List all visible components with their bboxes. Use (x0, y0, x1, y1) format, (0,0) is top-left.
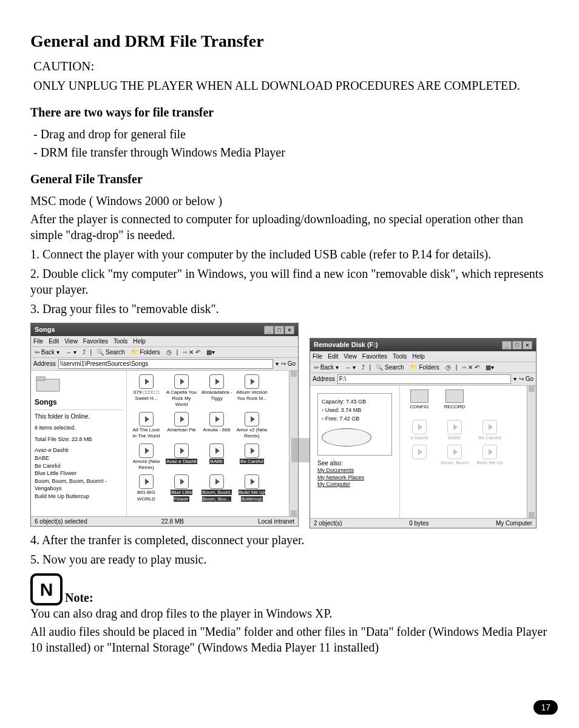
media-icon (412, 445, 427, 459)
maximize-icon[interactable]: □ (274, 326, 284, 334)
link-mydocs[interactable]: My Documents (317, 467, 392, 474)
dropdown-icon[interactable]: ▾ (276, 360, 279, 368)
menu-file[interactable]: File (313, 353, 322, 360)
ghost-item: Be Careful (474, 420, 506, 441)
file-item[interactable]: BIG BIG WORLD (130, 474, 162, 502)
file-item-selected[interactable]: Avaz-e Dashti (166, 443, 197, 471)
go-button[interactable]: ↪ Go (281, 360, 296, 368)
menu-bar[interactable]: FileEditViewFavoritesToolsHelp (31, 336, 298, 347)
minimize-icon[interactable]: _ (502, 341, 512, 349)
way2: - DRM file transfer through Windows Medi… (30, 144, 558, 160)
dropdown-icon[interactable]: ▾ (513, 375, 516, 383)
link-mycomputer[interactable]: My Computer (317, 481, 392, 488)
search-button[interactable]: 🔍 Search (95, 348, 126, 356)
address-input[interactable] (58, 359, 273, 369)
window-controls[interactable]: _□× (501, 340, 532, 349)
go-button[interactable]: ↪ Go (519, 375, 533, 383)
file-item[interactable]: Abracadabra - Tiggy (201, 374, 232, 408)
file-area[interactable]: CONFIG RECORD e Dashti BABE Be Careful B… (400, 386, 527, 518)
close-icon[interactable]: × (285, 326, 294, 334)
menu-view[interactable]: View (344, 353, 357, 360)
folders-button[interactable]: 📁 Folders (409, 363, 441, 371)
folder-item[interactable]: RECORD (439, 389, 470, 410)
menu-tools[interactable]: Tools (393, 353, 407, 360)
up-button[interactable]: ⤴ (361, 363, 366, 371)
file-item[interactable]: All The Love In The World (130, 412, 162, 440)
menu-edit[interactable]: Edit (49, 338, 59, 345)
step1: 1. Connect the player with your computer… (30, 246, 558, 262)
history-button[interactable]: ◷ (444, 363, 452, 371)
file-item-selected[interactable]: Be Careful (236, 443, 268, 471)
window-controls[interactable]: _□× (263, 325, 294, 334)
search-button[interactable]: 🔍 Search (374, 363, 405, 371)
menu-file[interactable]: File (33, 338, 43, 345)
file-item-selected[interactable]: Boom, Boom, Boom, Boo... (201, 474, 232, 502)
media-icon (209, 443, 224, 458)
history-button[interactable]: ◷ (165, 348, 173, 356)
menu-view[interactable]: View (64, 338, 78, 345)
file-item-selected[interactable]: BABE (201, 443, 232, 471)
menu-bar[interactable]: FileEditViewFavoritesToolsHelp (310, 351, 536, 362)
media-icon (245, 374, 259, 389)
toolbar[interactable]: ⇦ Back ▾ → ▾ ⤴ | 🔍 Search 📁 Folders ◷ | … (31, 347, 298, 358)
seealso-label: See also: (317, 459, 392, 467)
file-item-selected[interactable]: Build Me Up Buttercup (236, 474, 268, 502)
back-button[interactable]: ⇦ Back ▾ (313, 363, 340, 371)
step2: 2. Double click "my computer" in Windows… (30, 266, 558, 297)
folder-item[interactable]: CONFIG (404, 389, 435, 410)
forward-button[interactable]: → ▾ (344, 363, 357, 371)
menu-favorites[interactable]: Favorites (362, 353, 387, 360)
media-icon (209, 474, 224, 489)
file-item[interactable]: A Capella You Rock My World (166, 374, 197, 408)
note-label: Note: (65, 591, 93, 604)
address-bar[interactable]: Address ▾ ↪ Go (310, 373, 536, 386)
page-title: General and DRM File Transfer (30, 30, 558, 52)
titlebar[interactable]: Songs _□× (31, 323, 298, 336)
maximize-icon[interactable]: □ (512, 341, 522, 349)
ghost-item: Build Me Up (474, 445, 506, 466)
status-bar: 6 object(s) selected 22.8 MB Local intra… (31, 516, 298, 526)
file-item[interactable]: Amor v2 (New Remix) (236, 412, 268, 440)
file-item[interactable]: American Pie (166, 412, 197, 440)
file-area[interactable]: 079 □□□□ □ Sweet H... A Capella You Rock… (127, 371, 289, 516)
file-item[interactable]: Album Version You Rock M... (236, 374, 268, 408)
back-button[interactable]: ⇦ Back ▾ (33, 348, 61, 356)
caution-text: ONLY UNPLUG THE PLAYER WHEN ALL DOWNLOAD… (30, 78, 558, 93)
tool-icon[interactable]: ▫▫ ✕ ↶ (181, 348, 201, 356)
file-item[interactable]: Amore (New Remix) (130, 443, 162, 471)
media-icon (209, 412, 224, 426)
capacity: Capacity: 7.43 GB (322, 397, 388, 406)
file-item-selected[interactable]: Blue Little Flower (166, 474, 197, 502)
media-icon (447, 420, 462, 434)
up-button[interactable]: ⤴ (81, 348, 87, 356)
status-size: 0 bytes (409, 519, 428, 527)
menu-favorites[interactable]: Favorites (83, 338, 108, 345)
file-item[interactable]: Amokk - 666 (201, 412, 232, 440)
general-heading: General File Transfer (30, 171, 558, 187)
menu-tools[interactable]: Tools (113, 338, 127, 345)
scrollbar[interactable] (527, 386, 536, 518)
window-title: Removable Disk (F:) (314, 340, 378, 349)
address-input[interactable] (337, 374, 511, 384)
link-network[interactable]: My Network Places (317, 474, 392, 482)
tool-icon[interactable]: ▫▫ ✕ ↶ (461, 363, 481, 371)
close-icon[interactable]: × (523, 341, 532, 349)
views-button[interactable]: ▦▾ (205, 348, 216, 356)
menu-help[interactable]: Help (412, 353, 425, 360)
address-bar[interactable]: Address ▾ ↪ Go (31, 358, 298, 371)
screenshots: Songs _□× FileEditViewFavoritesToolsHelp… (30, 323, 558, 528)
msc-desc: After the player is connected to compute… (30, 211, 558, 243)
views-button[interactable]: ▦▾ (484, 363, 495, 371)
minimize-icon[interactable]: _ (264, 326, 274, 334)
forward-button[interactable]: → ▾ (64, 348, 78, 356)
media-icon (139, 474, 154, 489)
folders-button[interactable]: 📁 Folders (130, 348, 161, 356)
file-item[interactable]: 079 □□□□ □ Sweet H... (130, 374, 162, 408)
page-number: 17 (533, 700, 558, 715)
titlebar[interactable]: Removable Disk (F:) _□× (310, 339, 536, 351)
menu-help[interactable]: Help (133, 338, 146, 345)
media-icon (174, 412, 189, 426)
media-icon (245, 474, 259, 489)
menu-edit[interactable]: Edit (328, 353, 338, 360)
toolbar[interactable]: ⇦ Back ▾ → ▾ ⤴ | 🔍 Search 📁 Folders ◷ | … (310, 362, 536, 373)
